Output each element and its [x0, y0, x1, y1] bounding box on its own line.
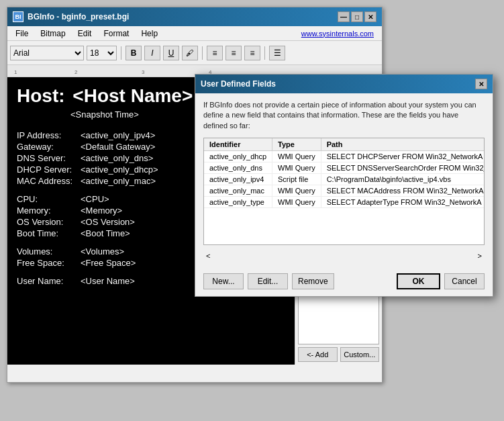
preview-os-value: <OS Version>: [81, 217, 135, 227]
dialog-title-text: User Defined Fields: [201, 79, 276, 89]
scroll-left-icon: <: [206, 252, 210, 260]
new-button[interactable]: New...: [203, 273, 244, 289]
cell-path: SELECT DNSServerSearchOrder FROM Win32_: [321, 162, 485, 174]
scroll-right-icon: >: [478, 252, 482, 260]
cell-type: WMI Query: [272, 151, 321, 162]
cell-identifier: active_only_dhcp: [204, 151, 272, 162]
toolbar-sep-3: [264, 46, 265, 60]
cell-identifier: active_only_mac: [204, 185, 272, 197]
list-button[interactable]: ☰: [269, 46, 285, 60]
remove-button[interactable]: Remove: [292, 273, 334, 289]
udf-dialog: User Defined Fields ✕ If BGInfo does not…: [195, 74, 493, 297]
preview-os-label: OS Version:: [17, 217, 81, 227]
title-bar-controls: — □ ✕: [338, 11, 376, 22]
preview-dhcp-value: <active_only_dhcp>: [81, 165, 158, 175]
dialog-body: If BGInfo does not provide a certain pie…: [195, 93, 493, 271]
ok-button[interactable]: OK: [397, 273, 440, 289]
preview-cpu-label: CPU:: [17, 194, 81, 204]
add-button[interactable]: <- Add: [298, 347, 338, 362]
preview-ip-value: <active_only_ipv4>: [81, 130, 155, 140]
preview-free-label: Free Space:: [17, 258, 81, 268]
cell-identifier: active_only_ipv4: [204, 174, 272, 185]
preview-vol-value: <Volumes>: [81, 246, 124, 256]
underline-button[interactable]: U: [163, 46, 179, 60]
dialog-footer-right: OK Cancel: [397, 273, 485, 289]
col-type: Type: [272, 138, 321, 151]
cell-path: SELECT MACAddress FROM Win32_NetworkA: [321, 185, 485, 197]
toolbar-sep-1: [121, 46, 121, 60]
cell-type: WMI Query: [272, 197, 321, 208]
align-center-button[interactable]: ≡: [225, 46, 242, 60]
custom-button[interactable]: Custom...: [340, 347, 380, 362]
table-row[interactable]: active_only_dhcpWMI QuerySELECT DHCPServ…: [204, 151, 485, 162]
minimize-button[interactable]: —: [338, 11, 350, 22]
preview-vol-label: Volumes:: [17, 246, 81, 256]
scrollbar-hint: < >: [203, 250, 485, 261]
cell-path: C:\ProgramData\bginfo\active_ip4.vbs: [321, 174, 485, 185]
close-button[interactable]: ✕: [364, 11, 376, 22]
toolbar: Arial 18 B I U 🖋 ≡ ≡ ≡ ☰: [7, 41, 382, 65]
cell-type: Script file: [272, 174, 321, 185]
cell-type: WMI Query: [272, 162, 321, 174]
title-bar-left: BI BGInfo - bginfo_preset.bgi: [13, 11, 129, 22]
maximize-button[interactable]: □: [351, 11, 363, 22]
dialog-footer: New... Edit... Remove OK Cancel: [195, 271, 493, 296]
cell-path: SELECT AdapterType FROM Win32_NetworkA: [321, 197, 485, 208]
preview-boot-label: Boot Time:: [17, 228, 81, 238]
bold-button[interactable]: B: [125, 46, 142, 60]
dialog-footer-left: New... Edit... Remove: [203, 273, 334, 289]
cell-path: SELECT DHCPServer FROM Win32_NetworkA: [321, 151, 485, 162]
cell-identifier: active_only_dns: [204, 162, 272, 174]
italic-button[interactable]: I: [144, 46, 160, 60]
edit-button[interactable]: Edit...: [248, 273, 288, 289]
preview-free-value: <Free Space>: [81, 258, 136, 268]
menu-bar: File Bitmap Edit Format Help www.sysinte…: [7, 26, 382, 41]
menu-format[interactable]: Format: [98, 28, 134, 40]
align-left-button[interactable]: ≡: [207, 46, 223, 60]
menu-help[interactable]: Help: [136, 28, 163, 40]
font-select[interactable]: Arial: [10, 46, 84, 60]
col-identifier: Identifier: [204, 138, 272, 151]
udf-table: Identifier Type Path active_only_dhcpWMI…: [204, 138, 485, 208]
table-row[interactable]: active_only_ipv4Script fileC:\ProgramDat…: [204, 174, 485, 185]
preview-mem-value: <Memory>: [81, 205, 122, 216]
preview-ip-label: IP Address:: [17, 130, 81, 140]
table-row[interactable]: active_only_macWMI QuerySELECT MACAddres…: [204, 185, 485, 197]
menu-bitmap[interactable]: Bitmap: [35, 28, 70, 40]
dialog-title-bar: User Defined Fields ✕: [195, 75, 493, 93]
toolbar-sep-2: [202, 46, 203, 60]
preview-host-value: <Host Name>: [72, 85, 193, 106]
menu-file[interactable]: File: [10, 28, 34, 40]
table-row[interactable]: active_only_dnsWMI QuerySELECT DNSServer…: [204, 162, 485, 174]
window-title: BGInfo - bginfo_preset.bgi: [28, 12, 129, 21]
app-icon: BI: [13, 11, 23, 22]
sysinternals-link[interactable]: www.sysinternals.com: [296, 28, 379, 39]
cell-type: WMI Query: [272, 185, 321, 197]
font-size-select[interactable]: 18: [87, 46, 117, 60]
fields-buttons: <- Add Custom...: [298, 347, 379, 362]
preview-mac-value: <active_only_mac>: [81, 176, 156, 186]
preview-cpu-value: <CPU>: [81, 194, 109, 204]
title-bar: BI BGInfo - bginfo_preset.bgi — □ ✕: [7, 7, 382, 26]
align-right-button[interactable]: ≡: [244, 46, 260, 60]
preview-mem-label: Memory:: [17, 205, 81, 216]
preview-gateway-value: <Default Gateway>: [81, 142, 155, 152]
preview-gateway-label: Gateway:: [17, 142, 81, 152]
preview-dhcp-label: DHCP Server:: [17, 165, 81, 175]
preview-dns-label: DNS Server:: [17, 153, 81, 163]
preview-user-value: <User Name>: [81, 276, 135, 286]
cell-identifier: active_only_type: [204, 197, 272, 208]
cancel-button[interactable]: Cancel: [444, 273, 485, 289]
udf-table-container[interactable]: Identifier Type Path active_only_dhcpWMI…: [203, 138, 485, 245]
col-path: Path: [321, 138, 485, 151]
table-row[interactable]: active_only_typeWMI QuerySELECT AdapterT…: [204, 197, 485, 208]
preview-boot-value: <Boot Time>: [81, 228, 130, 238]
preview-dns-value: <active_only_dns>: [81, 153, 153, 163]
dialog-close-button[interactable]: ✕: [475, 79, 487, 89]
color-button[interactable]: 🖋: [182, 46, 198, 60]
menu-edit[interactable]: Edit: [72, 28, 97, 40]
preview-host-label: Host:: [17, 85, 65, 106]
preview-mac-label: MAC Address:: [17, 176, 81, 186]
preview-user-label: User Name:: [17, 276, 81, 286]
dialog-description: If BGInfo does not provide a certain pie…: [203, 100, 485, 131]
